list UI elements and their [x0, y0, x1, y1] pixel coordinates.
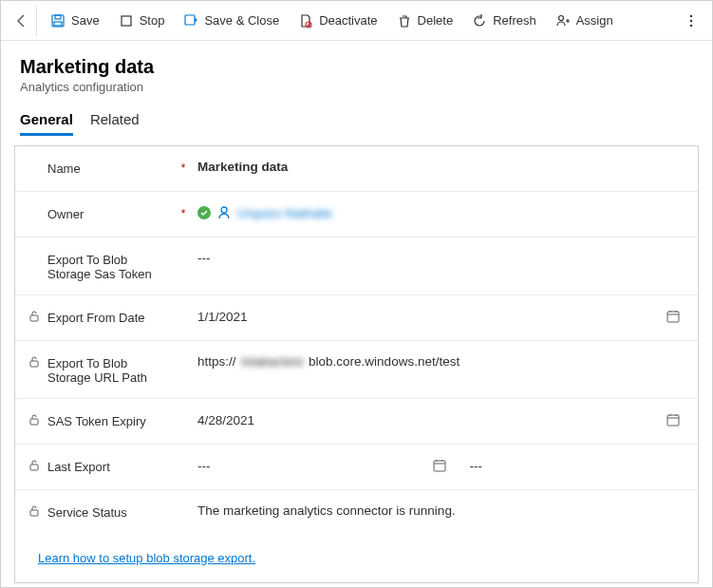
svg-rect-13 — [667, 312, 679, 322]
assign-icon — [555, 13, 571, 28]
deactivate-icon — [298, 13, 313, 28]
svg-rect-17 — [30, 361, 38, 367]
lock-icon — [28, 505, 42, 517]
lock-icon — [28, 414, 42, 426]
sas-token-label: Export To Blob Storage Sas Token — [47, 253, 171, 281]
owner-name: Urquizo Nathalie — [237, 206, 332, 220]
calendar-icon[interactable] — [432, 458, 447, 473]
svg-rect-19 — [667, 415, 679, 426]
required-indicator: * — [177, 161, 190, 175]
owner-label: Owner — [47, 207, 171, 221]
tab-related[interactable]: Related — [90, 111, 140, 136]
svg-rect-2 — [54, 22, 62, 26]
field-url-path: Export To Blob Storage URL Path https://… — [15, 341, 698, 399]
svg-point-8 — [690, 14, 692, 16]
owner-value[interactable]: Urquizo Nathalie — [190, 205, 681, 220]
sas-expiry-value[interactable]: 4/28/2021 — [190, 412, 681, 427]
svg-rect-3 — [122, 16, 131, 26]
field-service-status: Service Status The marketing analytics c… — [15, 490, 698, 536]
deactivate-button[interactable]: Deactivate — [289, 6, 386, 36]
stop-button[interactable]: Stop — [109, 6, 175, 36]
calendar-icon[interactable] — [666, 412, 681, 427]
svg-rect-23 — [30, 465, 38, 470]
sas-expiry-label: SAS Token Expiry — [47, 414, 171, 428]
delete-button[interactable]: Delete — [387, 6, 463, 36]
url-path-label: Export To Blob Storage URL Path — [47, 356, 171, 385]
stop-icon — [119, 13, 134, 28]
form-panel: Name * Marketing data Owner * Urquizo Na… — [14, 145, 699, 583]
refresh-button[interactable]: Refresh — [462, 6, 546, 36]
svg-point-9 — [690, 19, 692, 21]
svg-point-10 — [690, 24, 692, 26]
svg-rect-1 — [55, 15, 61, 19]
svg-rect-24 — [434, 461, 445, 471]
back-button[interactable] — [7, 6, 37, 36]
lock-icon — [28, 356, 42, 368]
from-date-value[interactable]: 1/1/2021 — [190, 309, 681, 324]
svg-rect-18 — [30, 419, 38, 425]
save-icon — [50, 13, 66, 28]
verified-icon — [197, 206, 211, 219]
help-link[interactable]: Learn how to setup blob storage export. — [15, 536, 698, 582]
service-status-value: The marketing analytics connector is run… — [190, 503, 681, 518]
svg-rect-12 — [30, 315, 38, 321]
last-export-value[interactable]: --- --- — [190, 458, 681, 473]
arrow-left-icon — [14, 13, 29, 28]
refresh-label: Refresh — [493, 13, 536, 28]
save-button[interactable]: Save — [41, 6, 109, 36]
url-path-value[interactable]: https://lotakactestblob.core.windows.net… — [190, 354, 681, 369]
save-close-button[interactable]: Save & Close — [174, 6, 289, 36]
svg-rect-28 — [30, 510, 38, 516]
calendar-icon[interactable] — [666, 309, 681, 324]
sas-token-value[interactable]: --- — [190, 251, 681, 265]
field-sas-token: Export To Blob Storage Sas Token --- — [15, 237, 698, 295]
more-commands-button[interactable] — [676, 6, 706, 36]
svg-point-11 — [221, 207, 227, 213]
command-bar: Save Stop Save & Close Deactivate Delete… — [1, 1, 712, 41]
field-last-export: Last Export --- --- — [15, 445, 698, 490]
more-vertical-icon — [684, 13, 699, 28]
service-status-label: Service Status — [47, 505, 171, 520]
page-title: Marketing data — [20, 56, 693, 78]
lock-icon — [28, 311, 42, 322]
save-label: Save — [71, 13, 100, 28]
lock-icon — [28, 460, 42, 471]
required-indicator: * — [177, 207, 190, 220]
assign-label: Assign — [576, 13, 613, 28]
from-date-label: Export From Date — [47, 311, 171, 325]
person-icon — [216, 205, 232, 220]
page-subtitle: Analytics configuration — [20, 80, 693, 94]
field-owner: Owner * Urquizo Nathalie — [15, 192, 698, 237]
refresh-icon — [472, 13, 487, 28]
svg-point-7 — [558, 15, 563, 20]
delete-icon — [397, 13, 412, 28]
save-close-label: Save & Close — [204, 13, 279, 28]
name-value[interactable]: Marketing data — [190, 160, 681, 174]
field-sas-expiry: SAS Token Expiry 4/28/2021 — [15, 399, 698, 445]
save-close-icon — [183, 13, 198, 28]
delete-label: Delete — [418, 13, 454, 28]
page-header: Marketing data Analytics configuration — [1, 41, 712, 102]
last-export-label: Last Export — [47, 460, 171, 474]
field-export-from-date: Export From Date 1/1/2021 — [15, 295, 698, 341]
assign-button[interactable]: Assign — [546, 6, 623, 36]
stop-label: Stop — [140, 13, 165, 28]
tab-general[interactable]: General — [20, 111, 73, 136]
tab-list: General Related — [1, 102, 712, 136]
deactivate-label: Deactivate — [319, 13, 377, 28]
field-name: Name * Marketing data — [15, 146, 698, 192]
name-label: Name — [47, 161, 171, 176]
svg-rect-4 — [185, 15, 195, 25]
